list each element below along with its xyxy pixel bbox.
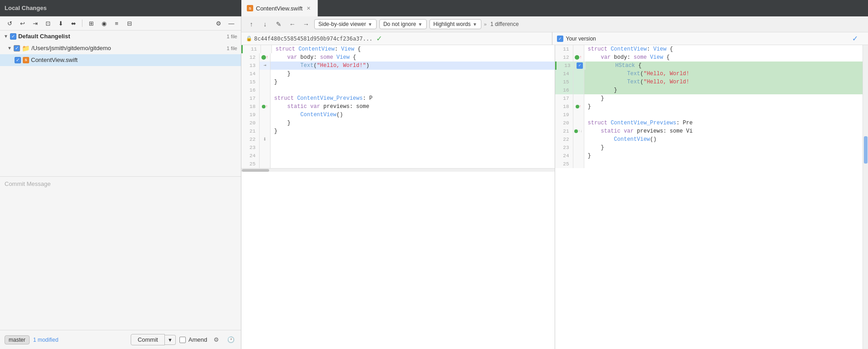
group-btn[interactable]: ⊞ (85, 18, 97, 28)
gutter-updown-r21: ↑↓ (578, 127, 582, 135)
file-check: ✓ (16, 55, 20, 65)
changelist-checkbox[interactable]: ✓ (10, 33, 16, 40)
changelist-label: Default Changelist (18, 31, 70, 41)
file-tree: ▼ ✓ Default Changelist 1 file ▼ ✓ 📁 /Use… (0, 31, 241, 176)
move-to-changelist-btn[interactable]: ⇥ (29, 18, 41, 28)
right-scrollbar[interactable] (863, 45, 868, 349)
folder-checkbox[interactable]: ✓ (14, 45, 20, 51)
diff-count: 1 difference (490, 21, 519, 27)
sort-btn[interactable]: ≡ (111, 18, 123, 28)
swift-file-item[interactable]: ✓ S ContentView.swift (0, 54, 241, 66)
changelist-triangle: ▼ (4, 31, 8, 41)
diff-right-side[interactable]: 11 struct ContentView: View { 12 ↑ var b… (555, 45, 868, 349)
bottom-bar: master 1 modified Commit ▼ Amend ⚙ 🕐 (0, 330, 241, 349)
right-scrollbar-space (863, 32, 868, 45)
swift-icon: S (23, 57, 29, 63)
diff-line-left-12: 12 ↑ var body: some View { (241, 53, 555, 62)
ignore-dropdown[interactable]: Do not ignore ▼ (379, 19, 427, 29)
viewer-dropdown[interactable]: Side-by-side viewer ▼ (314, 19, 377, 29)
diff-line-right-25: 25 (555, 160, 868, 168)
diff-line-left-11: 11 struct ContentView: View { (241, 45, 555, 53)
gutter-dot-r21 (574, 129, 578, 133)
diff-line-right-16: 16 } (555, 86, 868, 94)
diff-line-right-24: 24 } (555, 152, 868, 160)
diff-line-right-12: 12 ↑ var body: some View { (555, 53, 868, 62)
ignore-dropdown-label: Do not ignore (383, 21, 416, 27)
right-ok-icon: ✓ (852, 34, 858, 43)
branch-badge: master (5, 335, 30, 344)
folder-check: ✓ (15, 43, 19, 53)
left-ok-icon: ✓ (376, 34, 382, 43)
highlight-dropdown[interactable]: Highlight words ▼ (429, 19, 481, 29)
amend-label: Amend (189, 336, 207, 343)
diff-line-left-14: 14 } (241, 70, 555, 78)
gutter-down-22: ⬇ (263, 135, 266, 144)
modified-status[interactable]: 1 modified (33, 337, 58, 343)
file-hash: 8c44f480c55854581d950b974cf236a37... (254, 36, 373, 42)
left-panel-tab-label: Local Changes (5, 5, 46, 11)
minimize-btn[interactable]: — (225, 18, 237, 28)
gutter-up-r18: ↑ (579, 103, 582, 111)
highlight-dropdown-label: Highlight words (434, 21, 471, 27)
ignore-dropdown-arrow: ▼ (418, 22, 423, 27)
diff-left-side[interactable]: 11 struct ContentView: View { 12 ↑ var b… (241, 45, 555, 349)
gutter-dot-r12 (575, 55, 579, 60)
file-tab[interactable]: S ContentView.swift ✕ (241, 0, 318, 16)
diff-line-right-13: 13 ✓ HStack { (555, 62, 868, 70)
amend-checkbox[interactable] (179, 337, 186, 343)
accept-check-13[interactable]: ✓ (577, 62, 583, 69)
gutter-dot-12 (261, 55, 266, 60)
diff-file-headers: 🔒 8c44f480c55854581d950b974cf236a37... ✓… (241, 32, 868, 45)
changelist-check: ✓ (11, 31, 15, 41)
right-file-header: ✓ Your version ✓ (552, 32, 863, 45)
changelist-badge: 1 file (227, 31, 237, 41)
diff-line-left-20: 20 } (241, 119, 555, 127)
next-diff-btn[interactable]: ↓ (260, 19, 271, 30)
file-checkbox[interactable]: ✓ (15, 57, 21, 63)
commit-settings-btn[interactable]: ⚙ (211, 334, 222, 345)
shelf-btn[interactable]: ⊡ (42, 18, 54, 28)
folder-label: /Users/jsmith/gitdemo/gitdemo (31, 43, 111, 53)
expand-btn[interactable]: ⬌ (67, 18, 79, 28)
diff-line-left-18: 18 ↑ static var previews: some (241, 103, 555, 111)
tab-close-icon[interactable]: ✕ (305, 5, 312, 12)
settings-btn[interactable]: ⚙ (213, 18, 225, 28)
refresh-btn[interactable]: ↺ (4, 18, 15, 28)
diff-line-left-24: 24 (241, 152, 555, 160)
diff-line-left-25: 25 (241, 160, 555, 168)
viewer-dropdown-label: Side-by-side viewer (318, 21, 366, 27)
changelist-item[interactable]: ▼ ✓ Default Changelist 1 file (0, 31, 241, 42)
left-bottom-scrollbar[interactable] (241, 168, 555, 172)
gutter-arrow-12: ↑ (266, 53, 268, 62)
diff-line-left-21: 21 } (241, 127, 555, 135)
folder-triangle: ▼ (7, 43, 12, 53)
view-options-btn[interactable]: ◉ (98, 18, 110, 28)
commit-message-area[interactable]: Commit Message (0, 176, 241, 330)
swift-file-label: ContentView.swift (31, 55, 77, 65)
gutter-dot-18 (262, 105, 266, 108)
prev-diff-btn[interactable]: ↑ (246, 19, 257, 30)
gutter-merge-13: ⇥ (263, 62, 266, 70)
diff-toolbar: ↑ ↓ ✎ ← → Side-by-side viewer ▼ Do not i… (241, 16, 868, 32)
folder-item[interactable]: ▼ ✓ 📁 /Users/jsmith/gitdemo/gitdemo 1 fi… (0, 42, 241, 54)
folder-badge: 1 file (227, 43, 237, 53)
forward-btn[interactable]: → (301, 19, 311, 30)
commit-button[interactable]: Commit (131, 334, 165, 345)
folder-icon: 📁 (22, 43, 30, 53)
toolbar-sep-1 (82, 20, 82, 27)
viewer-dropdown-arrow: ▼ (368, 22, 373, 27)
diff-line-right-21: 21 ↑↓ static var previews: some Vi (555, 127, 868, 135)
edit-btn[interactable]: ✎ (273, 19, 284, 30)
commit-history-btn[interactable]: 🕐 (225, 334, 236, 345)
file-tab-label: ContentView.swift (256, 5, 302, 12)
diff-line-left-15: 15 } (241, 78, 555, 86)
your-version-label: Your version (566, 36, 596, 42)
update-btn[interactable]: ⬇ (55, 18, 66, 28)
commit-dropdown-btn[interactable]: ▼ (165, 335, 176, 345)
back-btn[interactable]: ← (287, 19, 298, 30)
rollback-btn[interactable]: ↩ (16, 18, 28, 28)
diff-line-left-17: 17 struct ContentView_Previews: P (241, 94, 555, 103)
diff-sides: 11 struct ContentView: View { 12 ↑ var b… (241, 45, 868, 349)
diff-line-left-19: 19 ContentView() (241, 111, 555, 119)
collapse-btn[interactable]: ⊟ (123, 18, 135, 28)
